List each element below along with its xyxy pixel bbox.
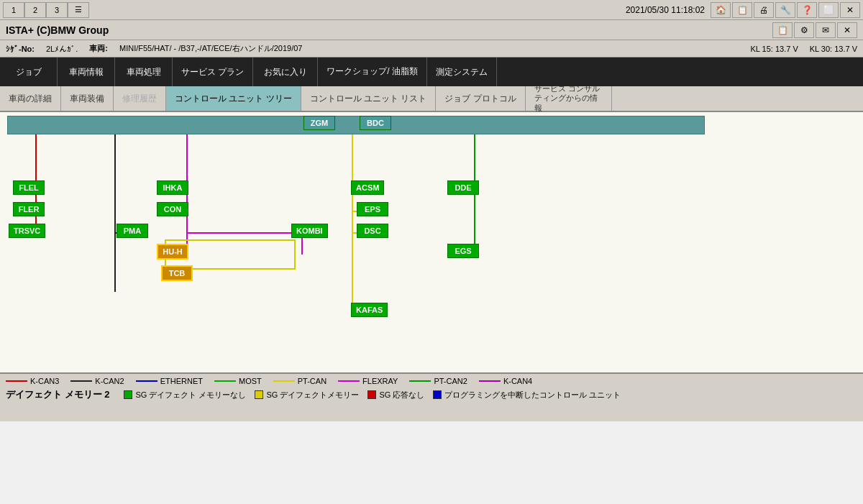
mail-icon[interactable]: ✉ [816, 22, 836, 38]
help-icon[interactable]: ❓ [797, 2, 817, 18]
nav-item-service-plan[interactable]: サービス プラン [173, 58, 253, 86]
legend-lines: K-CAN3 K-CAN2 ETHERNET MOST PT-CAN FLEXR… [6, 377, 857, 385]
title-close-icon[interactable]: ✕ [837, 22, 857, 38]
title-icons: 📋 ⚙ ✉ ✕ [772, 22, 857, 38]
legend-most: MOST [214, 377, 262, 385]
sub-item-vehicle-detail[interactable]: 車両の詳細 [0, 86, 61, 111]
sub-item-job-protocol[interactable]: ジョブ プロトコル [436, 86, 525, 111]
print-icon[interactable]: 🖨 [754, 2, 774, 18]
node-flel[interactable]: FLEL [13, 180, 45, 195]
node-tcb[interactable]: TCB [161, 265, 193, 281]
legend-ethernet: ETHERNET [136, 377, 203, 385]
node-zgm[interactable]: ZGM [303, 116, 335, 130]
nav-item-favorites[interactable]: お気に入り [253, 58, 318, 86]
car-label: 車両: [89, 43, 108, 54]
node-fler[interactable]: FLER [13, 202, 45, 216]
case-label: ｼｹﾞ-No: [6, 45, 35, 53]
datetime: 2021/05/30 11:18:02 [626, 5, 705, 15]
legend-flexray: FLEXRAY [338, 377, 398, 385]
node-acsm[interactable]: ACSM [351, 180, 384, 195]
node-hu-h[interactable]: HU-H [157, 244, 188, 260]
list-icon[interactable]: ☰ [68, 2, 89, 18]
defect-title: デイフェクト メモリー 2 [6, 388, 109, 401]
nav-item-vehicle-info[interactable]: 車両情報 [58, 58, 115, 86]
tab-2[interactable]: 2 [24, 2, 46, 18]
sub-item-control-tree[interactable]: コントロール ユニット ツリー [166, 86, 301, 111]
legend-no-response: SG 応答なし [367, 390, 424, 400]
sub-item-vehicle-equipment[interactable]: 車両装備 [61, 86, 114, 111]
legend-kcan3: K-CAN3 [6, 377, 59, 385]
kl-info: KL 15: 13.7 V KL 30: 13.7 V [750, 45, 857, 53]
kl30: KL 30: 13.7 V [810, 45, 857, 53]
car-value: MINI/F55/HAT/ - /B37,-/AT/ECE/右ハンドル/2019… [119, 43, 303, 54]
copy-icon[interactable]: 📋 [772, 22, 793, 38]
legend-ptcan: PT-CAN [273, 377, 327, 385]
legend-kcan4: K-CAN4 [479, 377, 532, 385]
legend-ptcan2: PT-CAN2 [409, 377, 467, 385]
nav-item-measurement[interactable]: 測定システム [427, 58, 497, 86]
node-ihka[interactable]: IHKA [157, 180, 188, 195]
node-bdc[interactable]: BDC [360, 116, 391, 130]
legend-defect: SG デイフェクトメモリー [255, 390, 359, 400]
clipboard-icon[interactable]: 📋 [732, 2, 752, 18]
home-icon[interactable]: 🏠 [711, 2, 731, 18]
top-bar: 1 2 3 ☰ 2021/05/30 11:18:02 🏠 📋 🖨 🔧 ❓ ⬜ … [0, 0, 863, 20]
sub-item-repair-history: 修理履歴 [114, 86, 166, 111]
node-eps[interactable]: EPS [357, 202, 388, 216]
legend-programming-interrupted: プログラミングを中断したコントロール ユニット [433, 390, 621, 400]
legend-kcan2: K-CAN2 [70, 377, 124, 385]
main-content: ZGM BDC FLEL FLER TRSVC PMA IHKA CON HU-… [0, 112, 863, 421]
app-title: ISTA+ (C)BMW Group [6, 24, 109, 36]
node-egs[interactable]: EGS [447, 244, 479, 258]
settings-icon[interactable]: ⚙ [794, 22, 814, 38]
wrench-icon[interactable]: 🔧 [775, 2, 795, 18]
minimize-icon[interactable]: ⬜ [818, 2, 839, 18]
info-bar: ｼｹﾞ-No: 2Lﾒんｶﾞ. 車両: MINI/F55/HAT/ - /B37… [0, 40, 863, 58]
node-kombi[interactable]: KOMBI [291, 224, 328, 238]
close-icon[interactable]: ✕ [840, 2, 860, 18]
top-icons: 🏠 📋 🖨 🔧 ❓ ⬜ ✕ [711, 2, 860, 18]
tab-1[interactable]: 1 [3, 2, 24, 18]
node-con[interactable]: CON [157, 202, 188, 216]
legend-bar: K-CAN3 K-CAN2 ETHERNET MOST PT-CAN FLEXR… [0, 372, 863, 421]
sub-nav: 車両の詳細 車両装備 修理履歴 コントロール ユニット ツリー コントロール ユ… [0, 86, 863, 112]
nav-item-vehicle-process[interactable]: 車両処理 [115, 58, 173, 86]
top-bus-bar [7, 116, 705, 134]
node-trsvc[interactable]: TRSVC [9, 224, 45, 238]
sub-item-control-list[interactable]: コントロール ユニット リスト [301, 86, 437, 111]
nav-item-workshop[interactable]: ワークショップ/ 油脂類 [318, 58, 427, 86]
node-dsc[interactable]: DSC [357, 224, 388, 238]
tab-3[interactable]: 3 [46, 2, 68, 18]
nav-item-job[interactable]: ジョブ [0, 58, 58, 86]
node-dde[interactable]: DDE [447, 180, 479, 195]
nav-menu: ジョブ 車両情報 車両処理 サービス プラン お気に入り ワークショップ/ 油脂… [0, 58, 863, 86]
node-pma[interactable]: PMA [117, 224, 148, 238]
legend-no-defect: SG デイフェクト メモリーなし [124, 390, 246, 400]
kl15: KL 15: 13.7 V [750, 45, 798, 53]
legend-status: デイフェクト メモリー 2 SG デイフェクト メモリーなし SG デイフェクト… [6, 388, 857, 401]
sub-item-consulting[interactable]: サービス コンサルティングからの情報 [526, 86, 612, 111]
case-value: 2Lﾒんｶﾞ. [46, 45, 78, 53]
node-kafas[interactable]: KAFAS [351, 303, 388, 317]
title-bar: ISTA+ (C)BMW Group 📋 ⚙ ✉ ✕ [0, 20, 863, 40]
